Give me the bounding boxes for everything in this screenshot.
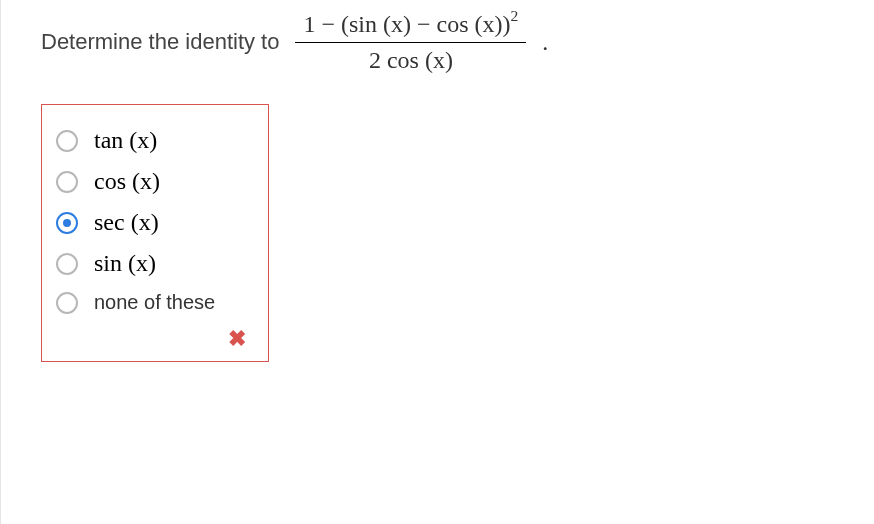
radio-sec[interactable] [56, 212, 78, 234]
option-label-tan: tan (x) [94, 127, 157, 154]
option-sin[interactable]: sin (x) [56, 250, 250, 277]
expression: 1 − (sin (x) − cos (x))2 2 cos (x) [289, 8, 532, 76]
option-none[interactable]: none of these [56, 291, 250, 314]
option-sec[interactable]: sec (x) [56, 209, 250, 236]
option-label-sec: sec (x) [94, 209, 159, 236]
prompt-row: Determine the identity to 1 − (sin (x) −… [41, 0, 874, 76]
period: . [542, 29, 548, 56]
option-label-cos: cos (x) [94, 168, 160, 195]
option-tan[interactable]: tan (x) [56, 127, 250, 154]
numerator-exp: 2 [511, 7, 519, 24]
numerator-text: 1 − (sin (x) − cos (x)) [303, 11, 510, 37]
option-label-sin: sin (x) [94, 250, 156, 277]
option-label-none: none of these [94, 291, 215, 314]
prompt-text: Determine the identity to [41, 29, 279, 55]
numerator: 1 − (sin (x) − cos (x))2 [295, 8, 526, 43]
x-icon: ✖ [228, 328, 246, 350]
radio-tan[interactable] [56, 130, 78, 152]
denominator: 2 cos (x) [295, 43, 526, 76]
feedback-row: ✖ [56, 328, 250, 353]
question-container: Determine the identity to 1 − (sin (x) −… [0, 0, 874, 524]
radio-cos[interactable] [56, 171, 78, 193]
radio-sin[interactable] [56, 253, 78, 275]
fraction: 1 − (sin (x) − cos (x))2 2 cos (x) [295, 8, 526, 76]
options-box: tan (x) cos (x) sec (x) sin (x) none of … [41, 104, 269, 362]
radio-none[interactable] [56, 292, 78, 314]
option-cos[interactable]: cos (x) [56, 168, 250, 195]
